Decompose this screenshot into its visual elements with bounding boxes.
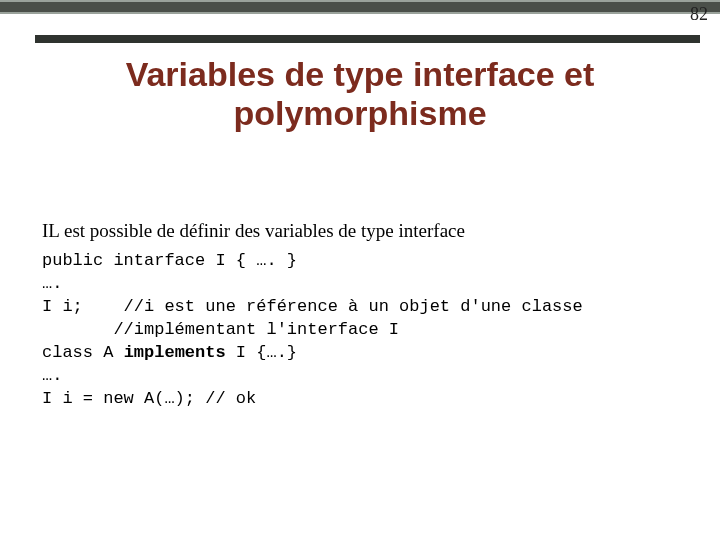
top-stripe	[0, 0, 720, 14]
code-line: I i = new A(…); // ok	[42, 389, 256, 408]
lead-text: IL est possible de définir des variables…	[42, 220, 678, 242]
code-line: //implémentant l'interface I	[42, 320, 399, 339]
code-line: I i; //i est une référence à un objet d'…	[42, 297, 583, 316]
code-keyword: implements	[124, 343, 226, 362]
code-fragment: I {….}	[226, 343, 297, 362]
code-line: ….	[42, 366, 62, 385]
slide: 82 Variables de type interface et polymo…	[0, 0, 720, 540]
code-line: public intarface I { …. }	[42, 251, 297, 270]
code-fragment: class A	[42, 343, 124, 362]
code-line: class A implements I {….}	[42, 343, 297, 362]
slide-title: Variables de type interface et polymorph…	[60, 55, 660, 133]
slide-body: IL est possible de définir des variables…	[42, 220, 678, 411]
code-line: ….	[42, 274, 62, 293]
page-number: 82	[690, 4, 708, 25]
code-block: public intarface I { …. } …. I i; //i es…	[42, 250, 678, 411]
title-underline-bar	[35, 35, 700, 43]
